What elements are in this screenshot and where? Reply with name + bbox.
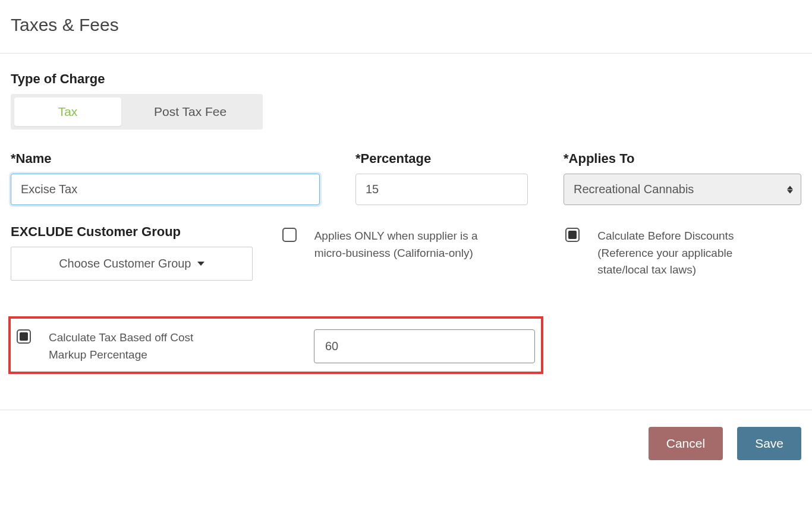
tab-tax[interactable]: Tax (14, 98, 121, 126)
cost-markup-label: Calculate Tax Based off Cost Markup Perc… (49, 329, 227, 363)
cancel-button[interactable]: Cancel (649, 427, 723, 460)
micro-business-label: Applies ONLY when supplier is a micro-bu… (314, 228, 493, 262)
tab-post-tax-fee[interactable]: Post Tax Fee (121, 98, 259, 126)
calc-before-discounts-label: Calculate Before Discounts (Reference yo… (597, 228, 776, 279)
exclude-group-dropdown[interactable]: Choose Customer Group (11, 247, 253, 281)
percentage-input[interactable] (355, 174, 528, 205)
calc-before-discounts-checkbox[interactable] (565, 228, 580, 242)
charge-type-toggle-group: Tax Post Tax Fee (11, 94, 263, 130)
caret-down-icon (197, 262, 204, 266)
name-label: *Name (11, 151, 320, 166)
page-title: Taxes & Fees (11, 15, 801, 35)
applies-to-label: *Applies To (564, 151, 801, 166)
percentage-label: *Percentage (355, 151, 528, 166)
save-button[interactable]: Save (737, 427, 801, 460)
cost-markup-input[interactable] (314, 329, 535, 363)
micro-business-checkbox[interactable] (282, 228, 297, 242)
type-of-charge-label: Type of Charge (11, 71, 801, 87)
exclude-group-label: EXCLUDE Customer Group (11, 224, 253, 240)
applies-to-select[interactable]: Recreational Cannabis (564, 174, 801, 205)
name-input[interactable] (11, 174, 320, 205)
exclude-group-placeholder: Choose Customer Group (59, 257, 191, 271)
cost-markup-highlight: Calculate Tax Based off Cost Markup Perc… (8, 316, 543, 374)
cost-markup-checkbox[interactable] (17, 329, 31, 344)
